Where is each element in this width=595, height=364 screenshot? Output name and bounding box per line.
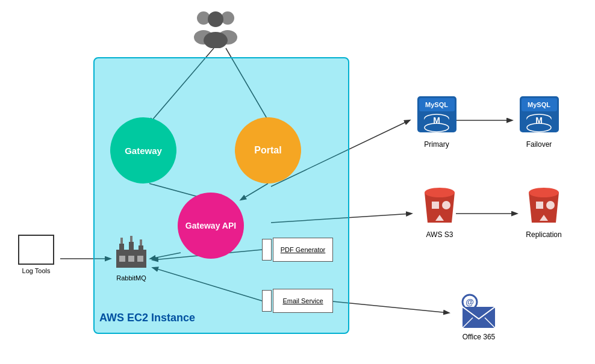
svg-point-47 xyxy=(529,188,559,197)
svg-text:M: M xyxy=(535,116,543,125)
svg-point-17 xyxy=(208,11,223,27)
svg-rect-26 xyxy=(119,256,125,262)
svg-point-45 xyxy=(442,201,450,209)
replication-node: Replication xyxy=(517,184,571,239)
diagram-container: AWS EC2 Instance Gateway Portal Gateway … xyxy=(0,0,595,364)
users-icon xyxy=(192,6,240,51)
svg-text:MySQL: MySQL xyxy=(425,101,448,108)
svg-rect-22 xyxy=(139,245,143,250)
svg-point-18 xyxy=(204,32,228,48)
svg-text:M: M xyxy=(433,116,440,125)
svg-rect-25 xyxy=(140,239,142,245)
ec2-label: AWS EC2 Instance xyxy=(99,312,195,324)
rabbitmq-label: RabbitMQ xyxy=(110,274,152,282)
svg-text:@: @ xyxy=(466,297,474,307)
log-tools-node: Log Tools xyxy=(12,235,60,274)
svg-rect-28 xyxy=(137,256,143,262)
mysql-failover-node: MySQL M Failover xyxy=(512,93,566,149)
svg-rect-27 xyxy=(128,256,134,262)
office365-node: @ Office 365 xyxy=(449,289,509,341)
svg-point-43 xyxy=(425,188,455,197)
svg-rect-44 xyxy=(432,202,439,209)
mysql-primary-node: MySQL M Primary xyxy=(410,93,464,149)
svg-rect-21 xyxy=(129,242,134,250)
gateway-node: Gateway xyxy=(110,117,176,184)
svg-rect-48 xyxy=(536,202,543,209)
rabbitmq-node: RabbitMQ xyxy=(110,235,152,282)
gateway-api-node: Gateway API xyxy=(178,193,244,259)
svg-rect-20 xyxy=(119,244,124,251)
svg-text:MySQL: MySQL xyxy=(528,101,550,108)
aws-s3-node: AWS S3 xyxy=(413,184,467,239)
portal-node: Portal xyxy=(235,117,301,184)
svg-rect-24 xyxy=(130,236,132,242)
email-service-node: Email Service xyxy=(262,289,333,313)
svg-point-49 xyxy=(546,201,555,209)
svg-rect-23 xyxy=(120,238,123,244)
pdf-generator-node: PDF Generator xyxy=(262,238,333,262)
